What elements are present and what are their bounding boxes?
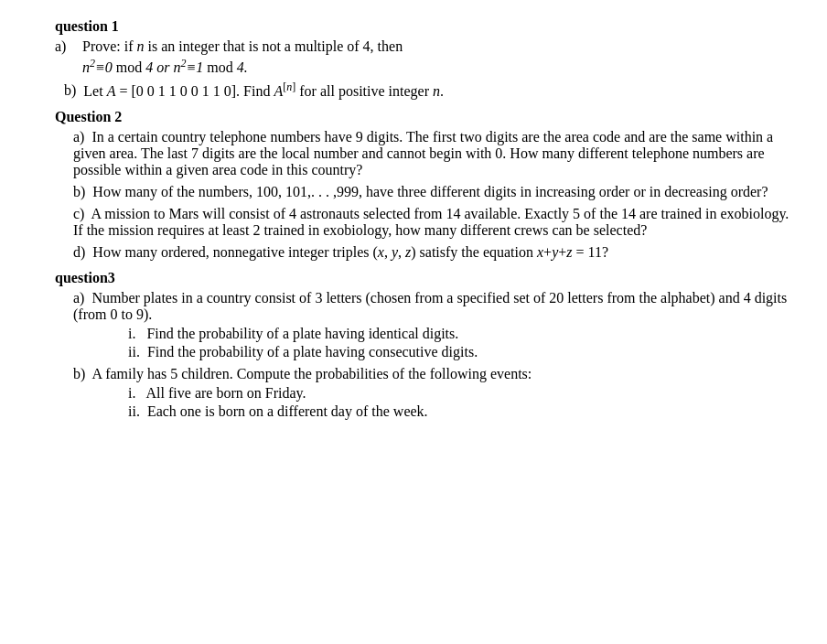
- q3b-ii-text: Each one is born on a different day of t…: [147, 403, 428, 419]
- q3b-label: b): [73, 366, 91, 381]
- q2b-label: b): [73, 184, 92, 199]
- q3a-i-text: Find the probability of a plate having i…: [146, 326, 458, 341]
- question2-section: Question 2 a) In a certain country telep…: [55, 109, 790, 261]
- question3-title: question3: [55, 270, 790, 286]
- q3b-subpart-i: i. All five are born on Friday.: [73, 385, 790, 402]
- q1a-text: Prove: if n is an integer that is not a …: [82, 38, 403, 54]
- q3-part-a: a) Number plates in a country consist of…: [55, 290, 790, 360]
- q2b-text: How many of the numbers, 100, 101,. . . …: [92, 184, 768, 199]
- q1a-content: Prove: if n is an integer that is not a …: [82, 38, 790, 55]
- q3b-i-text: All five are born on Friday.: [146, 385, 306, 401]
- q3a-subpart-ii: ii. Find the probability of a plate havi…: [73, 344, 790, 360]
- q1b-text: Let A = [0 0 1 1 0 0 1 1 0]. Find A[n] f…: [83, 83, 444, 99]
- q1a-line2: n2≡0 mod 4 or n2≡1 mod 4.: [55, 57, 790, 76]
- q3-part-b: b) A family has 5 children. Compute the …: [55, 366, 790, 420]
- q2-part-d: d) How many ordered, nonnegative integer…: [55, 244, 790, 261]
- question2-title: Question 2: [55, 109, 790, 125]
- q3a-label: a): [73, 290, 91, 306]
- q3b-subpart-ii: ii. Each one is born on a different day …: [73, 403, 790, 420]
- q1-part-a: a) Prove: if n is an integer that is not…: [55, 38, 790, 55]
- q3a-text: Number plates in a country consist of 3 …: [73, 290, 787, 322]
- q2-part-a: a) In a certain country telephone number…: [55, 129, 790, 178]
- question1-section: question 1 a) Prove: if n is an integer …: [55, 18, 790, 100]
- q2c-label: c): [73, 206, 91, 221]
- q1-part-b: b) Let A = [0 0 1 1 0 0 1 1 0]. Find A[n…: [55, 80, 790, 99]
- q2a-label: a): [73, 129, 91, 145]
- q1b-label: b): [64, 83, 83, 99]
- q3b-ii-label: ii.: [128, 403, 147, 419]
- q3a-ii-text: Find the probability of a plate having c…: [147, 344, 478, 360]
- q2d-label: d): [73, 244, 92, 260]
- question3-section: question3 a) Number plates in a country …: [55, 270, 790, 420]
- q2-part-c: c) A mission to Mars will consist of 4 a…: [55, 206, 790, 239]
- question1-title: question 1: [55, 18, 790, 35]
- q3b-i-label: i.: [128, 385, 146, 401]
- q1a-formula: n2≡0 mod 4 or n2≡1 mod 4.: [82, 59, 248, 75]
- q3a-subpart-i: i. Find the probability of a plate havin…: [73, 326, 790, 342]
- q2a-text: In a certain country telephone numbers h…: [73, 129, 773, 177]
- q2d-text: How many ordered, nonnegative integer tr…: [92, 244, 608, 260]
- q2c-text: A mission to Mars will consist of 4 astr…: [73, 206, 789, 238]
- q3b-text: A family has 5 children. Compute the pro…: [91, 366, 532, 381]
- q1a-label: a): [55, 38, 82, 55]
- q3a-i-label: i.: [128, 326, 146, 341]
- q3a-ii-label: ii.: [128, 344, 147, 360]
- q2-part-b: b) How many of the numbers, 100, 101,. .…: [55, 184, 790, 200]
